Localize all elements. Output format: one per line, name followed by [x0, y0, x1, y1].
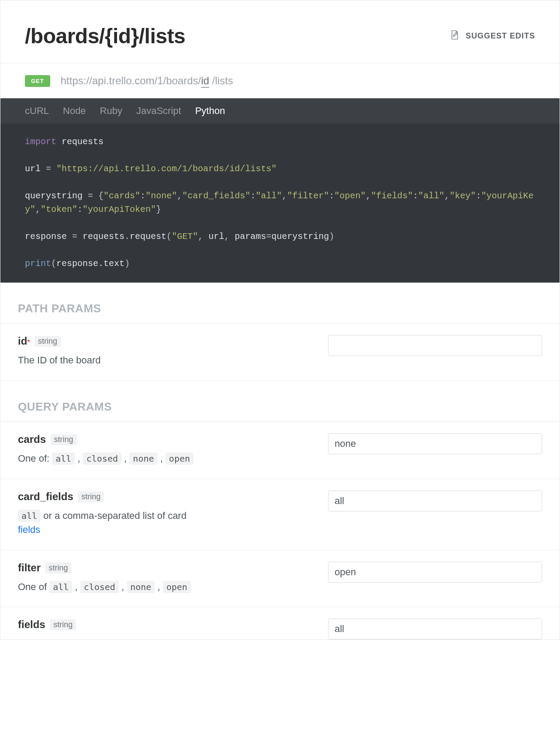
param-input-id[interactable]: [328, 335, 542, 356]
tab-javascript[interactable]: JavaScript: [136, 105, 181, 117]
param-name: card_fields: [18, 490, 73, 502]
endpoint-url: https://api.trello.com/1/boards/id /list…: [61, 75, 233, 87]
param-type-chip: string: [78, 491, 104, 502]
tab-curl[interactable]: cURL: [25, 105, 49, 117]
param-input-fields[interactable]: [328, 618, 542, 639]
code-chip: none: [127, 581, 155, 593]
param-name: cards: [18, 433, 46, 445]
tab-python[interactable]: Python: [195, 105, 225, 117]
query-params-heading: QUERY PARAMS: [0, 381, 560, 422]
param-input-card-fields[interactable]: [328, 490, 542, 511]
code-sample: import requests url = "https://api.trell…: [0, 124, 560, 283]
fields-link[interactable]: fields: [18, 524, 40, 535]
param-desc: all or a comma-separated list of card fi…: [18, 509, 319, 537]
pencil-doc-icon: [449, 29, 460, 43]
code-chip: closed: [80, 581, 119, 593]
param-desc: One of: all , closed , none , open: [18, 452, 319, 466]
param-name: fields: [18, 618, 45, 630]
code-chip: all: [52, 452, 75, 465]
suggest-edits-button[interactable]: SUGGEST EDITS: [449, 29, 535, 43]
param-name: id: [18, 335, 27, 347]
param-desc: The ID of the board: [18, 353, 319, 367]
required-star-icon: *: [27, 339, 30, 346]
endpoint-url-suffix: /lists: [212, 75, 233, 86]
param-type-chip: string: [51, 434, 77, 445]
param-row-cards: cards string One of: all , closed , none…: [0, 422, 560, 479]
param-input-cards[interactable]: [328, 433, 542, 454]
path-params-heading: PATH PARAMS: [0, 283, 560, 324]
http-method-badge: GET: [25, 75, 50, 87]
suggest-edits-label: SUGGEST EDITS: [466, 31, 535, 41]
param-type-chip: string: [50, 619, 76, 630]
param-row-fields: fields string: [0, 607, 560, 639]
code-chip: closed: [83, 452, 121, 465]
endpoint-url-row: GET https://api.trello.com/1/boards/id /…: [0, 63, 560, 98]
param-type-chip: string: [35, 336, 61, 347]
param-input-filter[interactable]: [328, 562, 542, 583]
code-chip: none: [129, 452, 157, 465]
code-chip: all: [18, 510, 41, 522]
endpoint-url-prefix: https://api.trello.com/1/boards/: [61, 75, 201, 86]
code-chip: all: [49, 581, 72, 593]
tab-node[interactable]: Node: [63, 105, 86, 117]
param-desc: One of all , closed , none , open: [18, 580, 319, 594]
code-chip: open: [166, 452, 194, 465]
endpoint-url-param: id: [201, 75, 209, 88]
code-chip: open: [163, 581, 191, 593]
param-row-card-fields: card_fields string all or a comma-separa…: [0, 479, 560, 550]
param-type-chip: string: [45, 563, 71, 573]
param-row-id: id* string The ID of the board: [0, 324, 560, 381]
code-tabs-bar: cURL Node Ruby JavaScript Python: [0, 98, 560, 124]
param-name: filter: [18, 562, 41, 573]
tab-ruby[interactable]: Ruby: [100, 105, 122, 117]
page-title: /boards/{id}/lists: [25, 24, 185, 48]
param-row-filter: filter string One of all , closed , none…: [0, 550, 560, 608]
